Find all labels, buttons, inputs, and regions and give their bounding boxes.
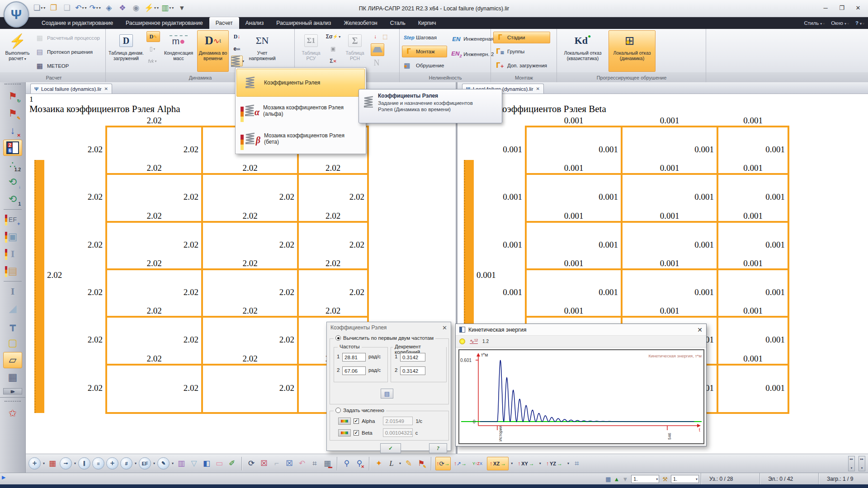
beta-value-field[interactable]: 0.00104321 [383, 428, 413, 437]
restore-button[interactable]: ❐ [835, 2, 849, 14]
rsn-table-button[interactable]: Σ Таблица РСН [341, 30, 368, 72]
time-dynamics-button[interactable]: D ∿ t Динамика во времени [197, 30, 229, 72]
section-wedge-icon[interactable]: ◢ [3, 300, 22, 317]
apply-button[interactable]: ✓ [380, 443, 401, 453]
ribbon-tab-расчет[interactable]: Расчет [209, 17, 239, 29]
document-tab[interactable]: Ψ Local failure (dynamics).lir ✕ [30, 84, 112, 94]
tab-close-icon[interactable]: ✕ [104, 86, 108, 91]
redo-icon[interactable]: ↷▾ [90, 2, 101, 14]
fragment-faded-icon[interactable]: ▭ [214, 457, 225, 470]
block-combobox[interactable]: 1.▾ [631, 475, 659, 483]
graph-icon[interactable]: ∿¹² [470, 339, 478, 344]
pack-model-icon[interactable]: ⟲↓ [3, 174, 22, 190]
section-ibeam-icon[interactable]: I [3, 283, 22, 300]
zoom-element-icon[interactable]: ⊸ [60, 457, 72, 469]
alpha-checkbox[interactable]: ✓ [354, 418, 359, 424]
dropdown-caret-icon[interactable]: ▾ [135, 461, 137, 465]
plane-xz-button[interactable]: ↑XZ→ [487, 457, 509, 470]
zoom-reset-icon[interactable]: ⚲✕ [354, 457, 365, 470]
axes-xyz-icon[interactable]: Y↑ZX [470, 457, 485, 470]
fvk-button[interactable]: fvk [146, 56, 158, 66]
sigma-delete-button[interactable]: Σ✕ [327, 56, 339, 66]
stages-button[interactable]: ΓСтадии [493, 32, 550, 43]
iso-view-icon[interactable]: ↑↗→ [453, 457, 468, 470]
delete-numbering-icon[interactable]: ↓✕ [3, 122, 22, 139]
dropdown-caret-icon[interactable]: ▾ [567, 461, 569, 465]
help-menu[interactable]: ?▾ [855, 20, 864, 26]
menu-item-rayleigh-mosaic-alpha[interactable]: α Мозаика коэффициентов Рэлея (альфа) [236, 97, 365, 125]
eak-button[interactable]: eak [231, 43, 243, 54]
plane-xy-button[interactable]: ↑XY→ [515, 457, 537, 470]
dropdown-caret-icon[interactable]: ▾ [74, 461, 76, 465]
ribbon-tab-кирпич[interactable]: Кирпич [412, 17, 443, 29]
sigma-copy-button[interactable]: ▣ [327, 43, 339, 54]
app-logo[interactable]: Ψ [4, 1, 29, 28]
bulb-icon[interactable] [459, 338, 465, 344]
frame-3d-icon[interactable]: ⌗ [309, 457, 320, 470]
panels-2-6-icon[interactable]: 26 [3, 140, 22, 156]
panel-expand-icon[interactable]: ▶ [2, 474, 5, 480]
section-tee-icon[interactable]: ┳ [3, 318, 22, 334]
d-arrow-button[interactable]: D↓ [231, 31, 243, 42]
fragment-cut-icon[interactable]: ☒ [259, 457, 269, 470]
kinetic-close-icon[interactable]: ✕ [697, 326, 703, 333]
zoom-columns-icon[interactable]: ∥ [78, 457, 90, 469]
run-calculation-button[interactable]: ⚡ Выполнить расчет [4, 30, 31, 72]
dialog-close-icon[interactable]: ✕ [442, 324, 447, 331]
dimension-l-icon[interactable]: L [386, 457, 397, 470]
panel-expander-2[interactable]: ▸▸▾ [859, 456, 865, 471]
alpha-color-scale-button[interactable] [338, 418, 351, 425]
subpanel-drag-handle[interactable] [5, 401, 21, 404]
zoom-node-icon[interactable]: ✛ [28, 457, 41, 469]
zoom-sketch-icon[interactable]: ✎ [157, 457, 170, 469]
mosaic-ibeam-icon[interactable]: I [3, 246, 22, 262]
stage-combobox[interactable]: 1.▾ [671, 475, 699, 483]
results-chart-icon[interactable]: ▥▾ [161, 2, 174, 14]
dropdown-caret-icon[interactable]: ▾ [172, 461, 174, 465]
zoom-in-icon[interactable]: ⚲ [341, 457, 352, 470]
ribbon-tab-расширенный[interactable]: Расширенный анализ [270, 17, 337, 29]
up-level-icon[interactable]: ▲ [614, 476, 620, 483]
projection-grid-icon[interactable]: ⌗ [571, 457, 582, 470]
rotate-view-icon[interactable]: ↑⟳→ [435, 457, 451, 470]
window-menu[interactable]: Окно▾ [831, 20, 849, 26]
renumber-icon[interactable]: ⟲1 [3, 191, 22, 207]
rayleigh-spring-button[interactable] [231, 56, 243, 66]
frequency-1-field[interactable]: 28.81 [342, 353, 366, 361]
meteor-button[interactable]: ▦МЕТЕОР [33, 60, 103, 72]
kinetic-titlebar[interactable]: Кинетическая энергия ✕ [456, 324, 706, 336]
mosaic-volume-icon[interactable]: ▣ [3, 229, 22, 245]
radio-icon[interactable] [335, 335, 341, 341]
zoom-rotated-icon[interactable]: ✛ [106, 457, 118, 469]
down-level-icon[interactable]: ▼ [622, 476, 628, 483]
toolbar-collapse-button[interactable]: ▮▶ [3, 388, 22, 394]
dialog-titlebar[interactable]: Коэффициенты Рэлея ✕ [327, 322, 451, 333]
local-failure-quasistatic-button[interactable]: Kd● Локальный отказ (квазистатика) [559, 30, 606, 72]
zoom-grid-icon[interactable]: # [120, 457, 132, 469]
fragment-undo-icon[interactable]: ↶ [297, 457, 307, 470]
toolbar-drag-handle[interactable] [5, 84, 21, 87]
frequency-table-button[interactable]: ▤ [381, 389, 393, 399]
dropdown-caret-icon[interactable]: ▾ [399, 461, 401, 465]
stress-account-button[interactable]: ΣN Учет напряжений [245, 30, 279, 72]
step-method-button[interactable]: StepШаговая [402, 32, 447, 43]
flag-edit-icon[interactable]: ⚑✎ [416, 457, 427, 470]
dropdown-caret-icon[interactable]: ▾ [43, 461, 45, 465]
decrement-2-field[interactable]: 0.3142 [400, 366, 425, 375]
tab-close-icon[interactable]: ✕ [536, 86, 539, 91]
fragment-rotate-icon[interactable]: ⟳ [246, 457, 257, 470]
pencil-icon[interactable]: ✎ [403, 457, 414, 470]
montage-button[interactable]: ΓМонтаж [402, 46, 447, 57]
edit-flag-icon[interactable]: ⚑✎ [3, 105, 22, 122]
mass-condensation-button[interactable]: m● Конденсация масс [162, 30, 195, 72]
ribbon-tab-железобетон[interactable]: Железобетон [337, 17, 383, 29]
foundation-button[interactable] [371, 43, 384, 56]
style-menu[interactable]: Стиль▾ [804, 20, 825, 26]
dropdown-caret-icon[interactable]: ▾ [511, 461, 513, 465]
paint-brush-icon[interactable]: ✐ [226, 457, 237, 470]
book-icon[interactable]: ❖ [117, 2, 128, 14]
menu-item-rayleigh-mosaic-beta[interactable]: β Мозаика коэффициентов Рэлея (бета) [236, 125, 365, 153]
section-plate-icon[interactable]: ▱ [3, 352, 22, 368]
zoom-beams-icon[interactable]: ≡ [92, 457, 104, 469]
section-box-icon[interactable]: ▢ [3, 335, 22, 351]
